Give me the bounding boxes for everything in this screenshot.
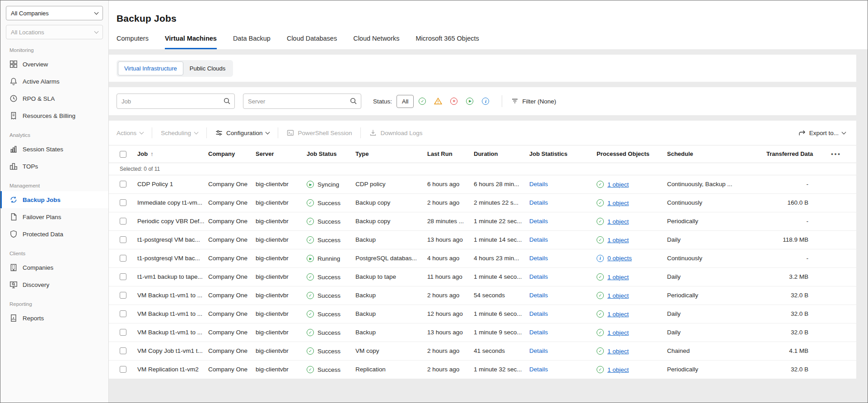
powershell-session-button[interactable]: PowerShell Session (287, 129, 352, 136)
table-row[interactable]: VM Replication t1-vm2 Company One big-cl… (109, 360, 856, 379)
scheduling-button[interactable]: Scheduling (161, 130, 198, 136)
tab-virtual-machines[interactable]: Virtual Machines (165, 35, 217, 49)
tab-computers[interactable]: Computers (117, 35, 149, 49)
status-filter-info-button[interactable]: i (478, 94, 493, 108)
table-row[interactable]: CDP Policy 1 Company One big-clientvbr ▶… (109, 175, 856, 193)
row-checkbox[interactable] (120, 181, 126, 187)
status-filter-error-button[interactable]: ✕ (447, 94, 461, 108)
processed-objects-link[interactable]: 1 object (607, 292, 629, 299)
job-status-text: Success (317, 311, 341, 318)
row-checkbox[interactable] (120, 347, 126, 354)
column-header-server[interactable]: Server (255, 145, 306, 163)
table-row[interactable]: Immediate copy t1-vm... Company One big-… (109, 193, 856, 212)
column-header-schedule[interactable]: Schedule (667, 145, 766, 163)
tab-cloud-databases[interactable]: Cloud Databases (287, 35, 337, 49)
column-header-job[interactable]: Job↑ (137, 145, 208, 163)
job-statistics-link[interactable]: Details (529, 218, 548, 225)
row-checkbox[interactable] (120, 292, 126, 299)
sidebar-item-session-states[interactable]: Session States (0, 141, 108, 158)
column-header-last-run[interactable]: Last Run (427, 145, 473, 163)
job-search-input[interactable] (117, 94, 235, 109)
status-filter-warning-button[interactable] (431, 94, 445, 108)
select-all-checkbox[interactable] (120, 151, 126, 158)
company-filter-select[interactable]: All Companies (6, 6, 103, 20)
server-search-input[interactable] (243, 94, 361, 109)
configuration-button[interactable]: Configuration (215, 129, 269, 136)
job-statistics-link[interactable]: Details (529, 181, 548, 187)
processed-objects-link[interactable]: 1 object (607, 348, 629, 355)
table-row[interactable]: t1-postgresql VM bac... Company One big-… (109, 249, 856, 267)
processed-objects-link[interactable]: 1 object (607, 181, 629, 188)
location-filter-select[interactable]: All Locations (6, 25, 103, 39)
export-button[interactable]: Export to... (798, 129, 845, 136)
tab-data-backup[interactable]: Data Backup (233, 35, 271, 49)
row-checkbox[interactable] (120, 310, 126, 317)
more-columns-button[interactable]: ●●● (816, 145, 856, 163)
table-row[interactable]: VM Backup t1-vm1 to ... Company One big-… (109, 323, 856, 342)
row-checkbox[interactable] (120, 218, 126, 225)
row-checkbox[interactable] (120, 273, 126, 280)
job-statistics-link[interactable]: Details (529, 236, 548, 243)
table-row[interactable]: VM Backup t1-vm1 to ... Company One big-… (109, 286, 856, 305)
processed-objects-link[interactable]: 1 object (607, 237, 629, 244)
sidebar-item-active-alarms[interactable]: Active Alarms (0, 73, 108, 90)
table-row[interactable]: t1-postgresql VM bac... Company One big-… (109, 230, 856, 249)
processed-objects-link[interactable]: 1 object (607, 274, 629, 281)
column-header-processed-objects[interactable]: Processed Objects (596, 145, 667, 163)
processed-objects-link[interactable]: 1 object (607, 218, 629, 225)
search-icon[interactable] (350, 97, 357, 105)
sidebar-item-discovery[interactable]: Discovery (0, 276, 108, 293)
sidebar-item-overview[interactable]: Overview (0, 56, 108, 73)
actions-button[interactable]: Actions (117, 130, 143, 136)
sidebar-item-reports[interactable]: Reports (0, 309, 108, 327)
sidebar-item-tops[interactable]: TOPs (0, 158, 108, 175)
column-header-type[interactable]: Type (355, 145, 427, 163)
status-filter-all-button[interactable]: All (397, 95, 414, 108)
processed-objects-link[interactable]: 0 objects (607, 255, 632, 262)
job-statistics-link[interactable]: Details (529, 273, 548, 280)
row-checkbox[interactable] (120, 366, 126, 373)
toggle-public-clouds[interactable]: Public Clouds (183, 61, 232, 75)
table-row[interactable]: VM Backup t1-vm1 to ... Company One big-… (109, 305, 856, 323)
status-filter-running-button[interactable]: ▶ (462, 94, 477, 108)
sidebar-item-failover-plans[interactable]: Failover Plans (0, 208, 108, 225)
tab-microsoft-365-objects[interactable]: Microsoft 365 Objects (416, 35, 479, 49)
sidebar-item-label: Backup Jobs (23, 197, 61, 203)
table-row[interactable]: t1-vm1 backup to tape... Company One big… (109, 267, 856, 286)
job-statistics-link[interactable]: Details (529, 310, 548, 317)
table-row[interactable]: VM Copy Job t1-vm1 t... Company One big-… (109, 342, 856, 360)
search-icon[interactable] (223, 97, 231, 105)
row-checkbox[interactable] (120, 199, 126, 206)
job-status-icon: ▶ (307, 181, 314, 188)
sidebar-item-companies[interactable]: Companies (0, 259, 108, 276)
job-statistics-link[interactable]: Details (529, 366, 548, 373)
column-header-company[interactable]: Company (208, 145, 255, 163)
sort-ascending-icon[interactable]: ↑ (150, 150, 154, 157)
column-header-transferred-data[interactable]: Transferred Data (766, 145, 816, 163)
row-checkbox[interactable] (120, 329, 126, 336)
column-header-duration[interactable]: Duration (473, 145, 529, 163)
sidebar-item-backup-jobs[interactable]: Backup Jobs (0, 191, 108, 208)
job-statistics-link[interactable]: Details (529, 292, 548, 299)
processed-objects-link[interactable]: 1 object (607, 200, 629, 206)
job-statistics-link[interactable]: Details (529, 199, 548, 206)
processed-objects-link[interactable]: 1 object (607, 329, 629, 336)
sidebar-item-protected-data[interactable]: Protected Data (0, 225, 108, 243)
column-header-job-statistics[interactable]: Job Statistics (529, 145, 596, 163)
processed-objects-link[interactable]: 1 object (607, 311, 629, 318)
table-row[interactable]: Periodic copy VBR Def... Company One big… (109, 212, 856, 230)
download-logs-button[interactable]: Download Logs (369, 129, 422, 136)
filter-none-button[interactable]: Filter (None) (511, 98, 556, 105)
job-statistics-link[interactable]: Details (529, 347, 548, 354)
tab-cloud-networks[interactable]: Cloud Networks (353, 35, 399, 49)
row-checkbox[interactable] (120, 236, 126, 243)
sidebar-item-rpo-sla[interactable]: RPO & SLA (0, 90, 108, 107)
job-statistics-link[interactable]: Details (529, 329, 548, 336)
row-checkbox[interactable] (120, 255, 126, 262)
processed-objects-link[interactable]: 1 object (607, 366, 629, 373)
column-header-job-status[interactable]: Job Status (306, 145, 355, 163)
sidebar-item-resources-billing[interactable]: Resources & Billing (0, 107, 108, 124)
status-filter-success-button[interactable]: ✓ (415, 94, 429, 108)
job-statistics-link[interactable]: Details (529, 255, 548, 262)
toggle-virtual-infrastructure[interactable]: Virtual Infrastructure (118, 61, 183, 75)
